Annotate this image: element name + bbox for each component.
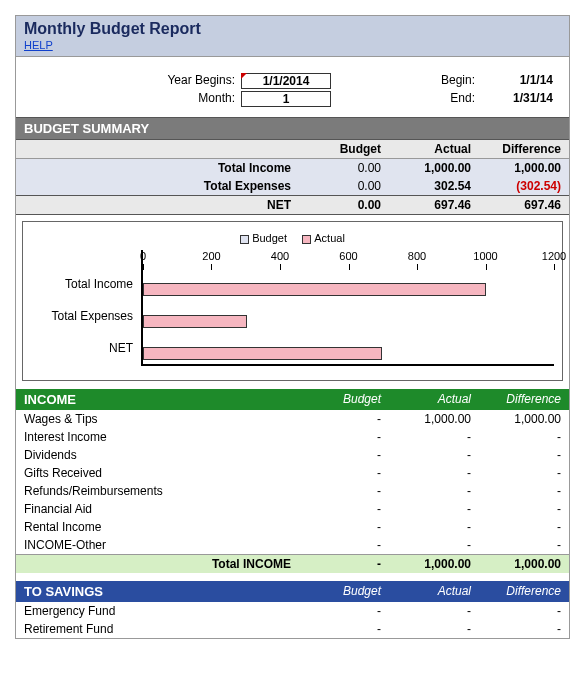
table-row: Interest Income--- <box>16 428 569 446</box>
x-tick: 800 <box>408 250 426 262</box>
col-difference: Difference <box>479 140 569 159</box>
chart-y-label: Total Expenses <box>31 300 141 332</box>
chart-bar <box>143 347 382 360</box>
chart-bar-row <box>143 268 554 300</box>
table-row: Financial Aid--- <box>16 500 569 518</box>
table-row: Retirement Fund--- <box>16 620 569 638</box>
savings-table: Emergency Fund---Retirement Fund--- <box>16 602 569 638</box>
summary-net-row: NET 0.00 697.46 697.46 <box>16 196 569 215</box>
table-row: INCOME-Other--- <box>16 536 569 555</box>
begin-value: 1/1/14 <box>481 73 561 89</box>
chart-legend: Budget Actual <box>31 232 554 244</box>
chart-container: Budget Actual Total IncomeTotal Expenses… <box>22 221 563 381</box>
year-begins-input[interactable]: 1/1/2014 <box>241 73 331 89</box>
summary-table: Budget Actual Difference Total Income 0.… <box>16 140 569 215</box>
summary-head-row: Budget Actual Difference <box>16 140 569 159</box>
table-row: Emergency Fund--- <box>16 602 569 620</box>
income-table: Wages & Tips-1,000.001,000.00Interest In… <box>16 410 569 573</box>
table-row: Refunds/Reimbursements--- <box>16 482 569 500</box>
table-row: Wages & Tips-1,000.001,000.00 <box>16 410 569 428</box>
x-tick: 600 <box>339 250 357 262</box>
x-tick: 1000 <box>473 250 497 262</box>
year-begins-label: Year Begins: <box>24 73 241 89</box>
month-label: Month: <box>24 91 241 107</box>
month-input[interactable]: 1 <box>241 91 331 107</box>
table-row: Gifts Received--- <box>16 464 569 482</box>
table-row: Dividends--- <box>16 446 569 464</box>
legend-swatch-budget <box>240 235 249 244</box>
summary-row: Total Income 0.00 1,000.00 1,000.00 <box>16 159 569 178</box>
end-label: End: <box>411 91 481 107</box>
income-header: INCOME Budget Actual Difference <box>16 389 569 410</box>
chart-plot: Total IncomeTotal ExpensesNET 0200400600… <box>31 250 554 366</box>
col-actual: Actual <box>389 140 479 159</box>
x-tick: 0 <box>140 250 146 262</box>
chart-bar-row <box>143 332 554 364</box>
legend-swatch-actual <box>302 235 311 244</box>
chart-bar <box>143 315 247 328</box>
table-row: Rental Income--- <box>16 518 569 536</box>
savings-header: TO SAVINGS Budget Actual Difference <box>16 581 569 602</box>
total-row: Total INCOME-1,000.001,000.00 <box>16 555 569 574</box>
summary-row: Total Expenses 0.00 302.54 (302.54) <box>16 177 569 196</box>
end-value: 1/31/14 <box>481 91 561 107</box>
help-link[interactable]: HELP <box>24 39 53 51</box>
chart-bar-row <box>143 300 554 332</box>
chart-bar <box>143 283 486 296</box>
chart-y-label: NET <box>31 332 141 364</box>
report-container: Monthly Budget Report HELP Year Begins: … <box>15 15 570 639</box>
begin-label: Begin: <box>411 73 481 89</box>
budget-summary-header: BUDGET SUMMARY <box>16 117 569 140</box>
x-tick: 200 <box>202 250 220 262</box>
date-block: Year Begins: 1/1/2014 Begin: 1/1/14 Mont… <box>16 57 569 117</box>
x-tick: 1200 <box>542 250 566 262</box>
col-budget: Budget <box>299 140 389 159</box>
chart-y-label: Total Income <box>31 268 141 300</box>
page-title: Monthly Budget Report <box>24 20 561 38</box>
x-tick: 400 <box>271 250 289 262</box>
title-bar: Monthly Budget Report HELP <box>16 16 569 57</box>
